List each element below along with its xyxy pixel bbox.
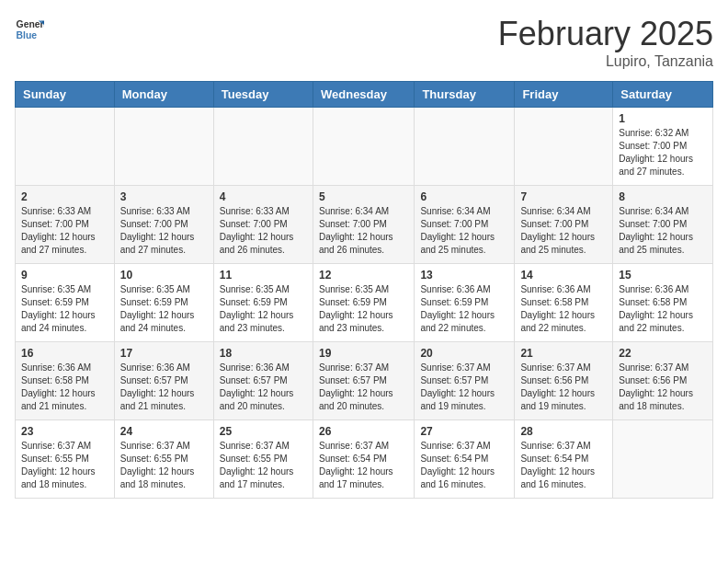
calendar-cell: 28Sunrise: 6:37 AMSunset: 6:54 PMDayligh… xyxy=(515,420,613,499)
day-info: Sunrise: 6:37 AMSunset: 6:57 PMDaylight:… xyxy=(319,362,393,411)
day-info: Sunrise: 6:37 AMSunset: 6:54 PMDaylight:… xyxy=(319,441,393,489)
calendar-week-row: 9Sunrise: 6:35 AMSunset: 6:59 PMDaylight… xyxy=(16,264,713,342)
day-number: 7 xyxy=(520,190,607,203)
day-info: Sunrise: 6:36 AMSunset: 6:57 PMDaylight:… xyxy=(120,362,195,411)
day-number: 26 xyxy=(319,425,408,438)
calendar-cell xyxy=(114,108,213,186)
location: Lupiro, Tanzania xyxy=(498,53,713,70)
day-info: Sunrise: 6:37 AMSunset: 6:57 PMDaylight:… xyxy=(420,362,495,411)
calendar-cell: 1Sunrise: 6:32 AMSunset: 7:00 PMDaylight… xyxy=(613,108,713,186)
day-number: 8 xyxy=(619,190,707,203)
column-header-tuesday: Tuesday xyxy=(213,82,313,108)
calendar-cell xyxy=(213,108,313,186)
calendar-cell: 19Sunrise: 6:37 AMSunset: 6:57 PMDayligh… xyxy=(313,342,414,420)
day-number: 19 xyxy=(319,347,408,360)
day-info: Sunrise: 6:36 AMSunset: 6:58 PMDaylight:… xyxy=(619,284,693,333)
calendar-cell: 23Sunrise: 6:37 AMSunset: 6:55 PMDayligh… xyxy=(16,420,115,499)
day-number: 27 xyxy=(420,425,508,438)
day-info: Sunrise: 6:36 AMSunset: 6:59 PMDaylight:… xyxy=(420,284,495,333)
day-number: 1 xyxy=(619,112,707,125)
calendar-cell xyxy=(613,420,713,499)
day-number: 16 xyxy=(21,347,108,360)
day-number: 12 xyxy=(319,269,408,282)
calendar-cell: 12Sunrise: 6:35 AMSunset: 6:59 PMDayligh… xyxy=(313,264,414,342)
day-number: 17 xyxy=(120,347,208,360)
day-number: 6 xyxy=(420,190,508,203)
day-number: 23 xyxy=(21,425,108,438)
calendar-cell: 21Sunrise: 6:37 AMSunset: 6:56 PMDayligh… xyxy=(515,342,613,420)
calendar-cell: 6Sunrise: 6:34 AMSunset: 7:00 PMDaylight… xyxy=(415,186,515,264)
calendar-cell: 20Sunrise: 6:37 AMSunset: 6:57 PMDayligh… xyxy=(415,342,515,420)
calendar-table: SundayMondayTuesdayWednesdayThursdayFrid… xyxy=(15,81,713,499)
day-number: 11 xyxy=(220,269,307,282)
calendar-cell: 4Sunrise: 6:33 AMSunset: 7:00 PMDaylight… xyxy=(213,186,313,264)
day-info: Sunrise: 6:35 AMSunset: 6:59 PMDaylight:… xyxy=(120,284,195,333)
month-title: February 2025 xyxy=(498,15,713,53)
calendar-cell: 10Sunrise: 6:35 AMSunset: 6:59 PMDayligh… xyxy=(114,264,213,342)
day-info: Sunrise: 6:34 AMSunset: 7:00 PMDaylight:… xyxy=(420,206,495,255)
calendar-cell: 17Sunrise: 6:36 AMSunset: 6:57 PMDayligh… xyxy=(114,342,213,420)
calendar-week-row: 2Sunrise: 6:33 AMSunset: 7:00 PMDaylight… xyxy=(16,186,713,264)
day-info: Sunrise: 6:36 AMSunset: 6:58 PMDaylight:… xyxy=(21,362,96,411)
day-info: Sunrise: 6:37 AMSunset: 6:55 PMDaylight:… xyxy=(21,441,96,489)
calendar-cell: 2Sunrise: 6:33 AMSunset: 7:00 PMDaylight… xyxy=(16,186,115,264)
svg-text:Blue: Blue xyxy=(17,30,38,40)
calendar-cell: 13Sunrise: 6:36 AMSunset: 6:59 PMDayligh… xyxy=(415,264,515,342)
day-number: 13 xyxy=(420,269,508,282)
day-info: Sunrise: 6:37 AMSunset: 6:56 PMDaylight:… xyxy=(619,362,693,411)
calendar-cell: 8Sunrise: 6:34 AMSunset: 7:00 PMDaylight… xyxy=(613,186,713,264)
calendar-cell: 9Sunrise: 6:35 AMSunset: 6:59 PMDaylight… xyxy=(16,264,115,342)
calendar-header-row: SundayMondayTuesdayWednesdayThursdayFrid… xyxy=(16,82,713,108)
column-header-wednesday: Wednesday xyxy=(313,82,414,108)
calendar-cell: 22Sunrise: 6:37 AMSunset: 6:56 PMDayligh… xyxy=(613,342,713,420)
column-header-friday: Friday xyxy=(515,82,613,108)
column-header-thursday: Thursday xyxy=(415,82,515,108)
day-number: 18 xyxy=(220,347,307,360)
calendar-cell: 26Sunrise: 6:37 AMSunset: 6:54 PMDayligh… xyxy=(313,420,414,499)
column-header-sunday: Sunday xyxy=(16,82,115,108)
day-number: 22 xyxy=(619,347,707,360)
day-info: Sunrise: 6:33 AMSunset: 7:00 PMDaylight:… xyxy=(120,206,195,255)
day-number: 14 xyxy=(520,269,607,282)
day-number: 25 xyxy=(220,425,307,438)
day-info: Sunrise: 6:33 AMSunset: 7:00 PMDaylight:… xyxy=(220,206,294,255)
calendar-cell: 3Sunrise: 6:33 AMSunset: 7:00 PMDaylight… xyxy=(114,186,213,264)
day-info: Sunrise: 6:33 AMSunset: 7:00 PMDaylight:… xyxy=(21,206,96,255)
day-number: 20 xyxy=(420,347,508,360)
calendar-cell: 16Sunrise: 6:36 AMSunset: 6:58 PMDayligh… xyxy=(16,342,115,420)
calendar-cell: 15Sunrise: 6:36 AMSunset: 6:58 PMDayligh… xyxy=(613,264,713,342)
calendar-cell: 18Sunrise: 6:36 AMSunset: 6:57 PMDayligh… xyxy=(213,342,313,420)
day-info: Sunrise: 6:35 AMSunset: 6:59 PMDaylight:… xyxy=(220,284,294,333)
day-info: Sunrise: 6:32 AMSunset: 7:00 PMDaylight:… xyxy=(619,128,693,177)
day-info: Sunrise: 6:37 AMSunset: 6:55 PMDaylight:… xyxy=(220,441,294,489)
calendar-cell: 14Sunrise: 6:36 AMSunset: 6:58 PMDayligh… xyxy=(515,264,613,342)
day-number: 28 xyxy=(520,425,607,438)
column-header-monday: Monday xyxy=(114,82,213,108)
day-number: 2 xyxy=(21,190,108,203)
day-info: Sunrise: 6:34 AMSunset: 7:00 PMDaylight:… xyxy=(520,206,595,255)
day-info: Sunrise: 6:34 AMSunset: 7:00 PMDaylight:… xyxy=(619,206,693,255)
day-number: 24 xyxy=(120,425,208,438)
day-info: Sunrise: 6:37 AMSunset: 6:56 PMDaylight:… xyxy=(520,362,595,411)
logo-icon: General Blue xyxy=(15,15,44,44)
calendar-week-row: 23Sunrise: 6:37 AMSunset: 6:55 PMDayligh… xyxy=(16,420,713,499)
day-number: 3 xyxy=(120,190,208,203)
day-info: Sunrise: 6:34 AMSunset: 7:00 PMDaylight:… xyxy=(319,206,393,255)
column-header-saturday: Saturday xyxy=(613,82,713,108)
calendar-cell: 7Sunrise: 6:34 AMSunset: 7:00 PMDaylight… xyxy=(515,186,613,264)
day-info: Sunrise: 6:37 AMSunset: 6:54 PMDaylight:… xyxy=(420,441,495,489)
title-area: February 2025 Lupiro, Tanzania xyxy=(498,15,713,70)
day-info: Sunrise: 6:35 AMSunset: 6:59 PMDaylight:… xyxy=(21,284,96,333)
day-info: Sunrise: 6:37 AMSunset: 6:54 PMDaylight:… xyxy=(520,441,595,489)
calendar-cell: 5Sunrise: 6:34 AMSunset: 7:00 PMDaylight… xyxy=(313,186,414,264)
calendar-week-row: 16Sunrise: 6:36 AMSunset: 6:58 PMDayligh… xyxy=(16,342,713,420)
calendar-cell xyxy=(16,108,115,186)
logo: General Blue xyxy=(15,15,44,44)
calendar-cell: 27Sunrise: 6:37 AMSunset: 6:54 PMDayligh… xyxy=(415,420,515,499)
calendar-cell: 25Sunrise: 6:37 AMSunset: 6:55 PMDayligh… xyxy=(213,420,313,499)
header: General Blue February 2025 Lupiro, Tanza… xyxy=(15,15,713,70)
day-info: Sunrise: 6:36 AMSunset: 6:57 PMDaylight:… xyxy=(220,362,294,411)
day-info: Sunrise: 6:35 AMSunset: 6:59 PMDaylight:… xyxy=(319,284,393,333)
calendar-week-row: 1Sunrise: 6:32 AMSunset: 7:00 PMDaylight… xyxy=(16,108,713,186)
calendar-cell xyxy=(415,108,515,186)
